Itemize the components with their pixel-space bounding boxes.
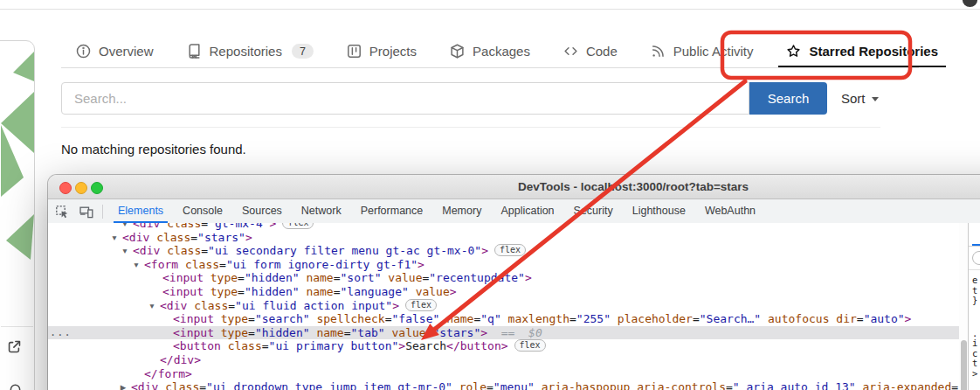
- external-link-icon[interactable]: [7, 339, 22, 358]
- code-token: [178, 258, 185, 271]
- dom-line[interactable]: ▶<div class="ui dropdown type jump item …: [48, 380, 959, 390]
- tab-label: Projects: [369, 44, 417, 59]
- devtools-tab-performance[interactable]: Performance: [351, 199, 433, 223]
- devtools-tab-application[interactable]: Application: [491, 199, 563, 223]
- code-token: [856, 380, 863, 390]
- code-token: "ui fluid action input": [235, 299, 392, 312]
- code-token: >: [525, 271, 532, 284]
- dom-line[interactable]: <input type="hidden" name="language" val…: [48, 285, 959, 299]
- code-token: [611, 312, 618, 325]
- dom-line[interactable]: ▼<div class="ui secondary filter menu gt…: [48, 244, 959, 258]
- code-token: >: [392, 299, 399, 312]
- navbar-avatar[interactable]: [963, 0, 977, 7]
- search-input[interactable]: Search...: [61, 82, 749, 115]
- dom-line[interactable]: ▼<div class="gt-mx-4">flex: [48, 223, 959, 231]
- scrollbar-thumb[interactable]: [961, 340, 967, 390]
- devtools-tab-network[interactable]: Network: [292, 199, 351, 223]
- code-token: class: [194, 299, 228, 312]
- tab-code[interactable]: Code: [547, 35, 634, 67]
- dom-line[interactable]: </div>: [48, 353, 959, 367]
- expand-arrow-open-icon[interactable]: ▼: [147, 300, 157, 314]
- line-gutter-dots[interactable]: ...: [50, 326, 72, 340]
- elements-scrollbar[interactable]: [959, 223, 968, 390]
- expand-arrow-open-icon[interactable]: ▼: [120, 245, 130, 259]
- flex-badge[interactable]: flex: [282, 223, 314, 229]
- tab-repositories[interactable]: Repositories7: [170, 35, 330, 67]
- code-token: <div: [160, 299, 187, 312]
- code-token: "255": [576, 312, 611, 325]
- tab-public-activity[interactable]: Public Activity: [634, 35, 770, 67]
- devtools-tab-elements[interactable]: Elements: [108, 199, 173, 223]
- styles-filter-input[interactable]: [972, 251, 980, 265]
- devtools-tab-console[interactable]: Console: [173, 199, 232, 223]
- results-divider: [61, 127, 880, 128]
- tab-overview[interactable]: Overview: [59, 35, 170, 67]
- sort-dropdown[interactable]: Sort: [841, 82, 879, 115]
- code-token: name: [446, 312, 473, 325]
- code-token: "menu": [493, 380, 535, 390]
- sidebar-divider: [1, 326, 33, 327]
- code-token: "stars": [432, 326, 480, 339]
- flex-badge[interactable]: flex: [494, 244, 526, 256]
- code-token: [204, 285, 210, 298]
- tab-starred-repositories[interactable]: Starred Repositories: [770, 35, 955, 67]
- styles-css-fragment: e t }: [972, 275, 980, 306]
- tab-packages[interactable]: Packages: [433, 35, 547, 67]
- code-token: =: [569, 312, 576, 325]
- dom-line[interactable]: ▼<form class="ui form ignore-dirty gt-f1…: [48, 258, 959, 272]
- link-icon[interactable]: [9, 382, 22, 390]
- code-token: <div: [122, 231, 149, 244]
- tab-label: Public Activity: [673, 44, 754, 59]
- code-token: "recentupdate": [429, 271, 525, 284]
- code-token: </div>: [160, 353, 201, 366]
- code-token: aria-controls: [637, 380, 726, 390]
- expand-arrow-open-icon[interactable]: ▼: [131, 259, 141, 273]
- code-token: =: [693, 312, 700, 325]
- search-button[interactable]: Search: [749, 82, 827, 115]
- devtools-tab-sources[interactable]: Sources: [232, 199, 292, 223]
- expand-arrow-open-icon[interactable]: ▼: [109, 232, 120, 246]
- code-token: >: [480, 326, 487, 339]
- flex-badge[interactable]: flex: [514, 339, 546, 352]
- dom-line[interactable]: </form>: [48, 367, 959, 381]
- code-token: <input: [173, 326, 214, 339]
- code-token: == $0: [487, 326, 542, 339]
- code-token: name: [306, 271, 333, 284]
- devtools-tab-lighthouse[interactable]: Lighthouse: [623, 199, 695, 223]
- search-placeholder: Search...: [74, 83, 127, 114]
- dom-tree: ▼<div class="gt-mx-4">flex▼<div class="s…: [48, 223, 959, 390]
- code-token: name: [316, 326, 343, 339]
- devtools-tab-memory[interactable]: Memory: [432, 199, 491, 223]
- project-icon: [347, 44, 362, 59]
- dom-line[interactable]: <input type="hidden" name="sort" value="…: [48, 271, 959, 285]
- dom-line-selected[interactable]: ...<input type="hidden" name="tab" value…: [48, 326, 959, 340]
- flex-badge[interactable]: flex: [405, 299, 437, 311]
- code-token: "hidden": [245, 285, 300, 298]
- tab-projects[interactable]: Projects: [330, 35, 433, 67]
- dom-line[interactable]: ▼<div class="stars">: [48, 231, 959, 245]
- avatar-image: [1, 41, 34, 272]
- devtools-titlebar[interactable]: DevTools - localhost:3000/root?tab=stars: [48, 175, 980, 199]
- code-token: <div: [133, 244, 160, 257]
- dom-line[interactable]: <input type="search" spellcheck="false" …: [48, 312, 959, 326]
- code-token: class: [185, 258, 219, 271]
- code-token: [160, 223, 167, 230]
- code-token: </form>: [144, 367, 192, 380]
- code-token: =: [857, 312, 864, 325]
- device-toolbar-icon[interactable]: [76, 201, 97, 222]
- devtools-tab-webauthn[interactable]: WebAuthn: [695, 199, 765, 223]
- expand-arrow-closed-icon[interactable]: ▶: [118, 381, 128, 390]
- dom-line[interactable]: <button class="ui primary button">Search…: [48, 339, 959, 353]
- tab-label: Code: [586, 44, 618, 59]
- code-token: dir: [836, 312, 856, 325]
- code-token: =: [334, 285, 341, 298]
- code-token: [204, 271, 210, 284]
- code-token: >: [905, 312, 912, 325]
- code-token: maxlength: [508, 312, 569, 325]
- dom-line[interactable]: ▼<div class="ui fluid action input">flex: [48, 299, 959, 313]
- inspect-element-icon[interactable]: [52, 201, 72, 222]
- code-token: "tab": [351, 326, 385, 339]
- code-token: [439, 312, 446, 325]
- styles-tab-bar[interactable]: [969, 223, 980, 247]
- devtools-tab-security[interactable]: Security: [564, 199, 623, 223]
